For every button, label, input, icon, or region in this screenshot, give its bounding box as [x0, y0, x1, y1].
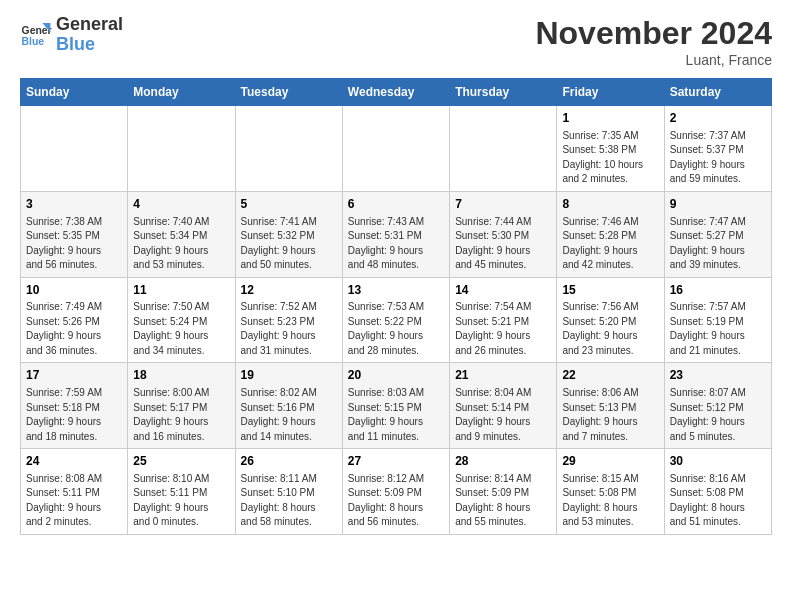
day-info: Sunrise: 7:56 AMSunset: 5:20 PMDaylight:… [562, 300, 658, 358]
calendar-cell: 26Sunrise: 8:11 AMSunset: 5:10 PMDayligh… [235, 449, 342, 535]
day-number: 13 [348, 282, 444, 299]
day-number: 2 [670, 110, 766, 127]
page: General Blue General Blue November 2024 … [0, 0, 792, 550]
calendar-cell: 8Sunrise: 7:46 AMSunset: 5:28 PMDaylight… [557, 191, 664, 277]
calendar-cell: 23Sunrise: 8:07 AMSunset: 5:12 PMDayligh… [664, 363, 771, 449]
calendar-cell: 28Sunrise: 8:14 AMSunset: 5:09 PMDayligh… [450, 449, 557, 535]
day-number: 11 [133, 282, 229, 299]
day-info: Sunrise: 8:16 AMSunset: 5:08 PMDaylight:… [670, 472, 766, 530]
logo-text2: Blue [56, 35, 123, 55]
calendar-cell: 20Sunrise: 8:03 AMSunset: 5:15 PMDayligh… [342, 363, 449, 449]
day-info: Sunrise: 7:44 AMSunset: 5:30 PMDaylight:… [455, 215, 551, 273]
weekday-header: Thursday [450, 79, 557, 106]
day-info: Sunrise: 7:50 AMSunset: 5:24 PMDaylight:… [133, 300, 229, 358]
day-number: 9 [670, 196, 766, 213]
day-number: 12 [241, 282, 337, 299]
calendar-week-row: 17Sunrise: 7:59 AMSunset: 5:18 PMDayligh… [21, 363, 772, 449]
day-number: 24 [26, 453, 122, 470]
day-info: Sunrise: 7:59 AMSunset: 5:18 PMDaylight:… [26, 386, 122, 444]
logo-icon: General Blue [20, 21, 52, 49]
title-block: November 2024 Luant, France [535, 15, 772, 68]
day-number: 10 [26, 282, 122, 299]
day-number: 6 [348, 196, 444, 213]
day-info: Sunrise: 8:08 AMSunset: 5:11 PMDaylight:… [26, 472, 122, 530]
calendar-cell: 19Sunrise: 8:02 AMSunset: 5:16 PMDayligh… [235, 363, 342, 449]
calendar-cell: 25Sunrise: 8:10 AMSunset: 5:11 PMDayligh… [128, 449, 235, 535]
calendar-cell: 18Sunrise: 8:00 AMSunset: 5:17 PMDayligh… [128, 363, 235, 449]
calendar-week-row: 10Sunrise: 7:49 AMSunset: 5:26 PMDayligh… [21, 277, 772, 363]
day-info: Sunrise: 8:02 AMSunset: 5:16 PMDaylight:… [241, 386, 337, 444]
day-info: Sunrise: 7:37 AMSunset: 5:37 PMDaylight:… [670, 129, 766, 187]
weekday-header: Friday [557, 79, 664, 106]
day-number: 16 [670, 282, 766, 299]
day-info: Sunrise: 7:43 AMSunset: 5:31 PMDaylight:… [348, 215, 444, 273]
calendar-cell: 6Sunrise: 7:43 AMSunset: 5:31 PMDaylight… [342, 191, 449, 277]
calendar-cell: 7Sunrise: 7:44 AMSunset: 5:30 PMDaylight… [450, 191, 557, 277]
day-info: Sunrise: 8:15 AMSunset: 5:08 PMDaylight:… [562, 472, 658, 530]
calendar-cell: 16Sunrise: 7:57 AMSunset: 5:19 PMDayligh… [664, 277, 771, 363]
calendar-cell: 12Sunrise: 7:52 AMSunset: 5:23 PMDayligh… [235, 277, 342, 363]
day-info: Sunrise: 8:12 AMSunset: 5:09 PMDaylight:… [348, 472, 444, 530]
calendar-cell: 13Sunrise: 7:53 AMSunset: 5:22 PMDayligh… [342, 277, 449, 363]
weekday-header: Sunday [21, 79, 128, 106]
calendar-cell: 27Sunrise: 8:12 AMSunset: 5:09 PMDayligh… [342, 449, 449, 535]
day-number: 7 [455, 196, 551, 213]
day-number: 3 [26, 196, 122, 213]
day-number: 27 [348, 453, 444, 470]
calendar-cell [450, 106, 557, 192]
calendar-cell: 9Sunrise: 7:47 AMSunset: 5:27 PMDaylight… [664, 191, 771, 277]
day-info: Sunrise: 8:14 AMSunset: 5:09 PMDaylight:… [455, 472, 551, 530]
weekday-header: Saturday [664, 79, 771, 106]
calendar-cell: 2Sunrise: 7:37 AMSunset: 5:37 PMDaylight… [664, 106, 771, 192]
calendar-cell: 24Sunrise: 8:08 AMSunset: 5:11 PMDayligh… [21, 449, 128, 535]
calendar-cell: 3Sunrise: 7:38 AMSunset: 5:35 PMDaylight… [21, 191, 128, 277]
day-info: Sunrise: 7:40 AMSunset: 5:34 PMDaylight:… [133, 215, 229, 273]
day-info: Sunrise: 7:54 AMSunset: 5:21 PMDaylight:… [455, 300, 551, 358]
calendar-cell [128, 106, 235, 192]
day-number: 26 [241, 453, 337, 470]
calendar-cell: 22Sunrise: 8:06 AMSunset: 5:13 PMDayligh… [557, 363, 664, 449]
day-info: Sunrise: 8:00 AMSunset: 5:17 PMDaylight:… [133, 386, 229, 444]
day-info: Sunrise: 8:10 AMSunset: 5:11 PMDaylight:… [133, 472, 229, 530]
calendar-week-row: 3Sunrise: 7:38 AMSunset: 5:35 PMDaylight… [21, 191, 772, 277]
location: Luant, France [535, 52, 772, 68]
calendar-cell: 15Sunrise: 7:56 AMSunset: 5:20 PMDayligh… [557, 277, 664, 363]
day-number: 28 [455, 453, 551, 470]
day-number: 4 [133, 196, 229, 213]
day-info: Sunrise: 7:41 AMSunset: 5:32 PMDaylight:… [241, 215, 337, 273]
day-number: 14 [455, 282, 551, 299]
day-number: 23 [670, 367, 766, 384]
day-number: 18 [133, 367, 229, 384]
calendar-cell: 10Sunrise: 7:49 AMSunset: 5:26 PMDayligh… [21, 277, 128, 363]
calendar-cell: 11Sunrise: 7:50 AMSunset: 5:24 PMDayligh… [128, 277, 235, 363]
calendar-cell: 4Sunrise: 7:40 AMSunset: 5:34 PMDaylight… [128, 191, 235, 277]
calendar-cell: 1Sunrise: 7:35 AMSunset: 5:38 PMDaylight… [557, 106, 664, 192]
calendar-cell [342, 106, 449, 192]
day-info: Sunrise: 8:03 AMSunset: 5:15 PMDaylight:… [348, 386, 444, 444]
calendar-cell [21, 106, 128, 192]
weekday-header: Wednesday [342, 79, 449, 106]
day-info: Sunrise: 7:49 AMSunset: 5:26 PMDaylight:… [26, 300, 122, 358]
day-info: Sunrise: 7:46 AMSunset: 5:28 PMDaylight:… [562, 215, 658, 273]
day-info: Sunrise: 7:38 AMSunset: 5:35 PMDaylight:… [26, 215, 122, 273]
month-title: November 2024 [535, 15, 772, 52]
weekday-header: Monday [128, 79, 235, 106]
logo: General Blue General Blue [20, 15, 123, 55]
day-number: 21 [455, 367, 551, 384]
day-info: Sunrise: 7:52 AMSunset: 5:23 PMDaylight:… [241, 300, 337, 358]
day-number: 19 [241, 367, 337, 384]
day-info: Sunrise: 7:57 AMSunset: 5:19 PMDaylight:… [670, 300, 766, 358]
calendar-cell: 17Sunrise: 7:59 AMSunset: 5:18 PMDayligh… [21, 363, 128, 449]
day-number: 29 [562, 453, 658, 470]
day-number: 25 [133, 453, 229, 470]
day-number: 30 [670, 453, 766, 470]
day-number: 5 [241, 196, 337, 213]
day-info: Sunrise: 8:11 AMSunset: 5:10 PMDaylight:… [241, 472, 337, 530]
logo-text: General [56, 15, 123, 35]
day-number: 8 [562, 196, 658, 213]
day-number: 22 [562, 367, 658, 384]
day-number: 17 [26, 367, 122, 384]
header: General Blue General Blue November 2024 … [20, 15, 772, 68]
day-number: 15 [562, 282, 658, 299]
day-info: Sunrise: 8:07 AMSunset: 5:12 PMDaylight:… [670, 386, 766, 444]
